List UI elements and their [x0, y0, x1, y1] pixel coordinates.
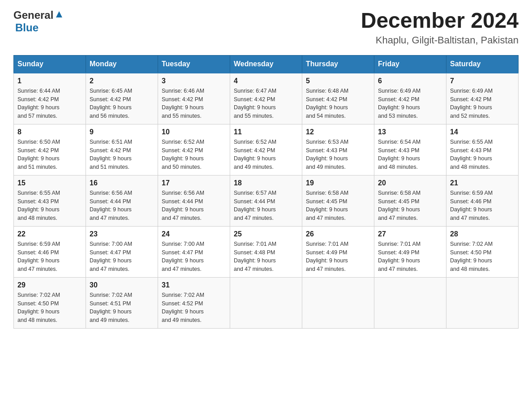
calendar-cell: 21Sunrise: 6:59 AMSunset: 4:46 PMDayligh…	[446, 175, 519, 226]
day-info: Sunrise: 6:46 AMSunset: 4:42 PMDaylight:…	[162, 87, 226, 120]
day-number: 21	[450, 179, 515, 187]
calendar-cell: 8Sunrise: 6:50 AMSunset: 4:42 PMDaylight…	[14, 124, 86, 175]
week-row-3: 15Sunrise: 6:55 AMSunset: 4:43 PMDayligh…	[14, 175, 519, 226]
day-info: Sunrise: 6:55 AMSunset: 4:43 PMDaylight:…	[450, 138, 515, 171]
calendar-cell: 27Sunrise: 7:01 AMSunset: 4:49 PMDayligh…	[374, 226, 446, 277]
calendar-cell	[446, 277, 519, 328]
day-number: 2	[90, 77, 154, 85]
week-row-2: 8Sunrise: 6:50 AMSunset: 4:42 PMDaylight…	[14, 124, 519, 175]
day-info: Sunrise: 7:02 AMSunset: 4:52 PMDaylight:…	[162, 291, 226, 325]
day-number: 23	[90, 230, 154, 238]
logo-blue-text: Blue	[15, 21, 39, 34]
day-number: 16	[90, 179, 154, 187]
calendar-cell	[302, 277, 374, 328]
day-number: 30	[90, 281, 154, 289]
calendar-cell: 20Sunrise: 6:58 AMSunset: 4:45 PMDayligh…	[374, 175, 446, 226]
day-info: Sunrise: 6:56 AMSunset: 4:44 PMDaylight:…	[90, 189, 154, 223]
day-info: Sunrise: 6:58 AMSunset: 4:45 PMDaylight:…	[378, 189, 442, 223]
day-number: 15	[17, 179, 82, 187]
col-header-saturday: Saturday	[446, 55, 519, 73]
day-number: 9	[90, 128, 154, 136]
calendar-cell: 13Sunrise: 6:54 AMSunset: 4:43 PMDayligh…	[374, 124, 446, 175]
day-number: 19	[306, 179, 370, 187]
day-info: Sunrise: 6:44 AMSunset: 4:42 PMDaylight:…	[17, 87, 82, 120]
day-number: 7	[450, 77, 515, 85]
logo: General Blue	[13, 9, 64, 34]
calendar-cell: 15Sunrise: 6:55 AMSunset: 4:43 PMDayligh…	[14, 175, 86, 226]
location-title: Khaplu, Gilgit-Baltistan, Pakistan	[361, 34, 519, 46]
day-info: Sunrise: 7:00 AMSunset: 4:47 PMDaylight:…	[90, 240, 154, 274]
day-number: 8	[17, 128, 82, 136]
day-number: 17	[162, 179, 226, 187]
title-block: December 2024 Khaplu, Gilgit-Baltistan, …	[361, 9, 519, 46]
day-number: 4	[234, 77, 298, 85]
day-number: 11	[234, 128, 298, 136]
day-info: Sunrise: 6:57 AMSunset: 4:44 PMDaylight:…	[234, 189, 298, 223]
day-info: Sunrise: 6:50 AMSunset: 4:42 PMDaylight:…	[17, 138, 82, 171]
col-header-thursday: Thursday	[302, 55, 374, 73]
week-row-1: 1Sunrise: 6:44 AMSunset: 4:42 PMDaylight…	[14, 73, 519, 124]
day-info: Sunrise: 6:56 AMSunset: 4:44 PMDaylight:…	[162, 189, 226, 223]
col-header-friday: Friday	[374, 55, 446, 73]
calendar-cell	[230, 277, 302, 328]
calendar-cell: 28Sunrise: 7:02 AMSunset: 4:50 PMDayligh…	[446, 226, 519, 277]
day-number: 6	[378, 77, 442, 85]
calendar-cell: 17Sunrise: 6:56 AMSunset: 4:44 PMDayligh…	[158, 175, 230, 226]
day-number: 28	[450, 230, 515, 238]
day-info: Sunrise: 6:51 AMSunset: 4:42 PMDaylight:…	[90, 138, 154, 171]
page-header: General Blue December 2024 Khaplu, Gilgi…	[13, 9, 519, 46]
calendar-cell: 31Sunrise: 7:02 AMSunset: 4:52 PMDayligh…	[158, 277, 230, 328]
day-number: 5	[306, 77, 370, 85]
day-number: 12	[306, 128, 370, 136]
day-number: 26	[306, 230, 370, 238]
day-info: Sunrise: 6:59 AMSunset: 4:46 PMDaylight:…	[17, 240, 82, 274]
day-number: 10	[162, 128, 226, 136]
day-info: Sunrise: 6:59 AMSunset: 4:46 PMDaylight:…	[450, 189, 515, 223]
day-number: 24	[162, 230, 226, 238]
calendar-cell: 29Sunrise: 7:02 AMSunset: 4:50 PMDayligh…	[14, 277, 86, 328]
day-info: Sunrise: 7:02 AMSunset: 4:51 PMDaylight:…	[90, 291, 154, 325]
day-info: Sunrise: 6:45 AMSunset: 4:42 PMDaylight:…	[90, 87, 154, 120]
day-info: Sunrise: 6:47 AMSunset: 4:42 PMDaylight:…	[234, 87, 298, 120]
calendar-cell: 11Sunrise: 6:52 AMSunset: 4:42 PMDayligh…	[230, 124, 302, 175]
col-header-wednesday: Wednesday	[230, 55, 302, 73]
week-row-4: 22Sunrise: 6:59 AMSunset: 4:46 PMDayligh…	[14, 226, 519, 277]
calendar-cell: 4Sunrise: 6:47 AMSunset: 4:42 PMDaylight…	[230, 73, 302, 124]
day-number: 1	[17, 77, 82, 85]
calendar-cell: 19Sunrise: 6:58 AMSunset: 4:45 PMDayligh…	[302, 175, 374, 226]
day-info: Sunrise: 6:52 AMSunset: 4:42 PMDaylight:…	[162, 138, 226, 171]
days-header-row: SundayMondayTuesdayWednesdayThursdayFrid…	[14, 55, 519, 73]
col-header-sunday: Sunday	[14, 55, 86, 73]
logo-triangle-icon	[54, 9, 64, 19]
day-info: Sunrise: 7:01 AMSunset: 4:49 PMDaylight:…	[378, 240, 442, 274]
calendar-cell: 23Sunrise: 7:00 AMSunset: 4:47 PMDayligh…	[86, 226, 158, 277]
day-info: Sunrise: 6:55 AMSunset: 4:43 PMDaylight:…	[17, 189, 82, 223]
logo-general-text: General	[13, 9, 53, 21]
calendar-cell: 1Sunrise: 6:44 AMSunset: 4:42 PMDaylight…	[14, 73, 86, 124]
calendar-cell	[374, 277, 446, 328]
calendar-table: SundayMondayTuesdayWednesdayThursdayFrid…	[13, 55, 519, 329]
calendar-cell: 7Sunrise: 6:49 AMSunset: 4:42 PMDaylight…	[446, 73, 519, 124]
calendar-cell: 30Sunrise: 7:02 AMSunset: 4:51 PMDayligh…	[86, 277, 158, 328]
day-info: Sunrise: 6:52 AMSunset: 4:42 PMDaylight:…	[234, 138, 298, 171]
day-number: 25	[234, 230, 298, 238]
day-info: Sunrise: 6:49 AMSunset: 4:42 PMDaylight:…	[378, 87, 442, 120]
day-info: Sunrise: 7:00 AMSunset: 4:47 PMDaylight:…	[162, 240, 226, 274]
day-number: 27	[378, 230, 442, 238]
day-info: Sunrise: 6:48 AMSunset: 4:42 PMDaylight:…	[306, 87, 370, 120]
week-row-5: 29Sunrise: 7:02 AMSunset: 4:50 PMDayligh…	[14, 277, 519, 328]
day-info: Sunrise: 7:02 AMSunset: 4:50 PMDaylight:…	[17, 291, 82, 325]
calendar-cell: 12Sunrise: 6:53 AMSunset: 4:43 PMDayligh…	[302, 124, 374, 175]
day-number: 29	[17, 281, 82, 289]
day-number: 14	[450, 128, 515, 136]
day-info: Sunrise: 7:01 AMSunset: 4:48 PMDaylight:…	[234, 240, 298, 274]
calendar-cell: 3Sunrise: 6:46 AMSunset: 4:42 PMDaylight…	[158, 73, 230, 124]
day-info: Sunrise: 6:49 AMSunset: 4:42 PMDaylight:…	[450, 87, 515, 120]
col-header-tuesday: Tuesday	[158, 55, 230, 73]
calendar-cell: 14Sunrise: 6:55 AMSunset: 4:43 PMDayligh…	[446, 124, 519, 175]
day-number: 18	[234, 179, 298, 187]
day-info: Sunrise: 7:01 AMSunset: 4:49 PMDaylight:…	[306, 240, 370, 274]
calendar-cell: 5Sunrise: 6:48 AMSunset: 4:42 PMDaylight…	[302, 73, 374, 124]
calendar-cell: 25Sunrise: 7:01 AMSunset: 4:48 PMDayligh…	[230, 226, 302, 277]
calendar-cell: 24Sunrise: 7:00 AMSunset: 4:47 PMDayligh…	[158, 226, 230, 277]
